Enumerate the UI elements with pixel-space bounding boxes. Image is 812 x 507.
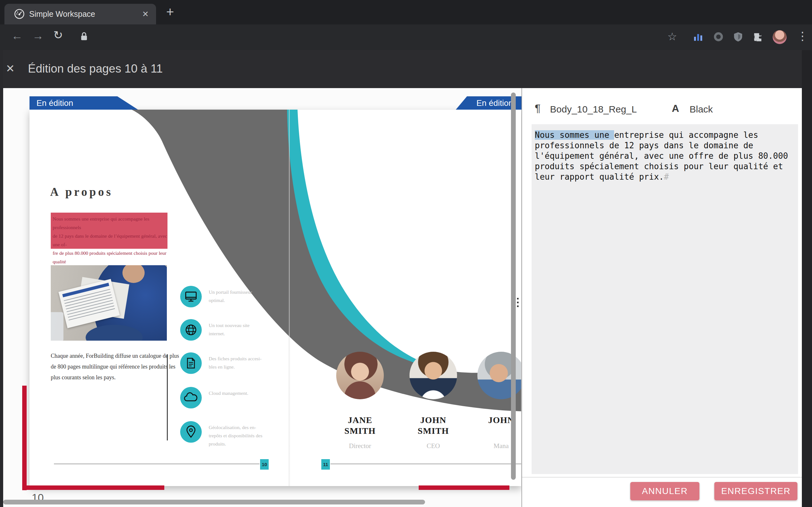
paragraph-style-icon: ¶ — [535, 102, 541, 114]
extension-circle-icon[interactable] — [713, 32, 724, 43]
team-member: JANE SMITH Director — [333, 415, 387, 450]
team-last-name: SMITH — [406, 426, 460, 436]
feature-label: Cloud management. — [209, 389, 248, 397]
feature-circle — [180, 319, 202, 341]
document-canvas: A propos Nous sommes une entreprise qui … — [3, 88, 521, 507]
red-accent-bar-bottom-left — [22, 486, 164, 490]
selected-text: Nous sommes une — [535, 130, 614, 140]
footer-rule-right — [331, 464, 521, 464]
team-last-name: SMITH — [333, 426, 387, 436]
catalog-photo[interactable] — [51, 265, 167, 341]
caption-line: de 800 pages multilingue qui référence l… — [51, 361, 179, 372]
photo-glass — [51, 312, 63, 341]
back-icon[interactable]: ← — [11, 30, 23, 42]
red-accent-bar-bottom-right — [419, 486, 509, 490]
document-icon — [184, 356, 198, 370]
team-first-name: JOHN — [406, 415, 460, 426]
lock-icon — [80, 32, 88, 43]
new-tab-button[interactable]: + — [166, 4, 174, 20]
feature-circle — [180, 352, 202, 374]
favicon-gauge-icon — [14, 9, 25, 20]
team-first-name: JANE — [333, 415, 387, 426]
paragraph-style-name[interactable]: Body_10_18_Reg_L — [550, 104, 637, 115]
tab-close-icon[interactable]: ✕ — [142, 9, 149, 19]
forward-icon[interactable]: → — [32, 30, 44, 42]
save-button[interactable]: ENREGISTRER — [714, 482, 798, 500]
panel-footer-divider — [522, 477, 802, 477]
horizontal-scrollbar-thumb[interactable] — [3, 500, 425, 504]
feature-line: trepôts et disponibilités des — [209, 432, 262, 440]
character-color-icon: A — [672, 103, 679, 114]
pin-icon — [184, 425, 198, 439]
feature-line: Cloud management. — [209, 389, 248, 397]
feature-line: internet. — [209, 330, 250, 338]
browser-nav-bar: ← → ↻ demo.simpleworkspace.net/?l=2KNxBc… — [0, 24, 812, 50]
feature-label: Un portail fournisseur optimal. — [209, 288, 252, 304]
team-member: JOHN SMITH CEO — [406, 415, 460, 450]
page-number-badge: 11 — [321, 459, 330, 469]
page-number-badge: 10 — [260, 459, 269, 469]
caption-line: plus courants selon les pays. — [51, 372, 179, 383]
caption-block: Chaque année, ForBuilding diffuse un cat… — [51, 350, 179, 383]
feature-line: produits. — [209, 440, 262, 448]
feature-circle — [180, 387, 202, 408]
monitor-icon — [184, 290, 198, 303]
reload-icon[interactable]: ↻ — [53, 30, 63, 41]
extension-chart-icon[interactable] — [693, 32, 704, 43]
profile-avatar[interactable] — [773, 30, 786, 44]
cloud-icon — [184, 391, 198, 405]
feature-line: Géolocalisation, des en- — [209, 424, 262, 432]
page-title: Édition des pages 10 à 11 — [28, 62, 163, 75]
browser-tab[interactable]: Simple Workspace ✕ — [4, 4, 156, 24]
team-photo — [336, 352, 384, 399]
editing-ribbon-left: En édition — [30, 96, 138, 110]
text-editor-area[interactable]: Nous sommes une entreprise qui accompagn… — [531, 124, 798, 474]
feature-line: Un tout nouveau site — [209, 321, 250, 330]
team-photo — [409, 352, 457, 399]
page-fold-line — [289, 110, 290, 486]
vertical-divider — [167, 354, 168, 441]
caption-line: Chaque année, ForBuilding diffuse un cat… — [51, 350, 179, 361]
browser-menu-kebab-icon[interactable]: ⋮ — [797, 30, 808, 43]
paragraph-end-marker: # — [664, 172, 669, 181]
red-block-line: de 12 pays dans le domaine de l’équipeme… — [53, 232, 167, 249]
character-color-name[interactable]: Black — [690, 104, 713, 115]
feature-circle — [180, 421, 202, 443]
selected-text-block[interactable]: Nous sommes une entreprise qui accompagn… — [51, 213, 167, 249]
feature-line: bles en ligne. — [209, 363, 262, 371]
vertical-scrollbar-thumb[interactable] — [511, 93, 516, 480]
close-modal-icon[interactable]: ✕ — [6, 62, 15, 75]
cancel-button[interactable]: ANNULER — [630, 482, 699, 500]
feature-label: Des fiches produits accesi- bles en lign… — [209, 354, 262, 371]
window-edge-left — [0, 50, 3, 507]
window-edge-right — [802, 50, 812, 507]
red-block-line: fre de plus 80.000 produits spécialement… — [53, 249, 167, 266]
section-heading: A propos — [50, 185, 113, 199]
feature-line: optimal. — [209, 296, 252, 304]
app-header: ✕ Édition des pages 10 à 11 Aller à T — [0, 50, 812, 88]
feature-line: Des fiches produits accesi- — [209, 354, 262, 363]
browser-tab-bar: Simple Workspace ✕ + — [0, 0, 812, 24]
bookmark-star-icon[interactable]: ☆ — [667, 30, 677, 43]
feature-label: Un tout nouveau site internet. — [209, 321, 250, 338]
globe-icon — [184, 323, 198, 337]
tab-title: Simple Workspace — [29, 9, 95, 19]
feature-label: Géolocalisation, des en- trepôts et disp… — [209, 424, 262, 448]
footer-rule-left — [54, 464, 259, 464]
extensions-puzzle-icon[interactable] — [752, 32, 763, 43]
red-block-line: Nous sommes une entreprise qui accompagn… — [53, 215, 167, 232]
feature-line: Un portail fournisseur — [209, 288, 252, 296]
team-role: CEO — [406, 442, 460, 450]
panel-resize-handle[interactable] — [517, 298, 519, 311]
extension-shield-icon[interactable] — [733, 32, 744, 43]
page-spread: A propos Nous sommes une entreprise qui … — [30, 109, 521, 486]
feature-circle — [180, 286, 202, 307]
team-role: Director — [333, 442, 387, 450]
red-accent-bar-vertical — [22, 386, 27, 490]
